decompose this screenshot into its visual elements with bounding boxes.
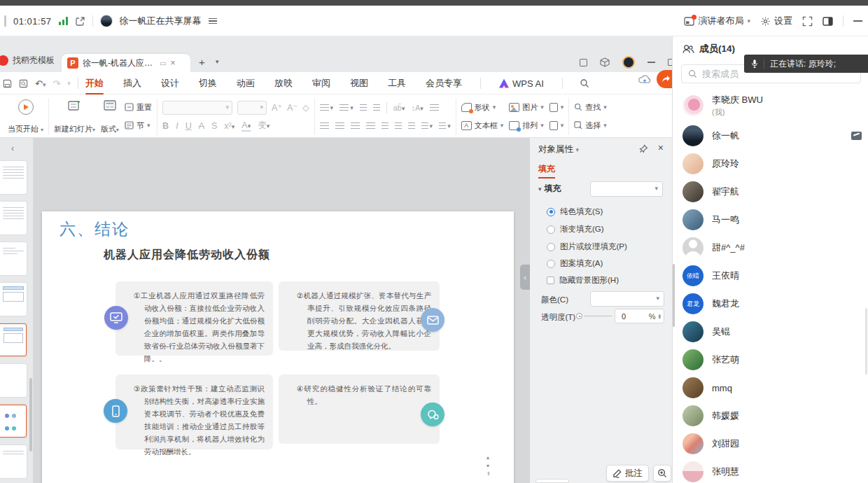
picture-button[interactable]: 图片 ▾ (509, 102, 544, 113)
align-right-button[interactable] (351, 122, 360, 130)
numbered-list-button[interactable]: ▾ (340, 104, 354, 112)
distribute-button[interactable] (382, 122, 388, 130)
bullet-list-button[interactable]: ▾ (320, 104, 334, 112)
tab-list-chevron-icon[interactable]: ▾ (216, 58, 219, 65)
member-list-scrollbar[interactable] (865, 308, 867, 374)
transparency-slider-track[interactable] (584, 316, 612, 316)
row-height-button[interactable]: ▾ (421, 122, 433, 130)
color-select[interactable] (590, 291, 664, 307)
comment-button[interactable]: 批注 (606, 465, 649, 482)
reset-slide-button[interactable]: 重置 (125, 102, 152, 113)
shapes-button[interactable]: 形状 ▾ (461, 102, 504, 113)
collapse-thumbnails-icon[interactable]: ‹ (11, 144, 14, 153)
section-button[interactable]: 节 ▾ (125, 120, 152, 131)
member-row[interactable]: 韩媛媛 (673, 402, 868, 430)
open-external-icon[interactable] (75, 16, 85, 27)
spinner-arrows[interactable]: ▴▾ (655, 314, 664, 319)
radio-gradient-fill[interactable]: 渐变填充(G) (547, 224, 604, 234)
menu-view[interactable]: 视图 (349, 77, 370, 90)
slide-canvas[interactable]: 六、结论 机器人应用会降低劳动收入份额 ①工业机器人应用通过双重路径降低劳动收入… (42, 211, 514, 483)
minimize-window-icon[interactable] (648, 62, 655, 63)
settings-button[interactable]: 设置 (760, 15, 792, 27)
paragraph-spacing-button[interactable] (408, 122, 415, 130)
close-tab-icon[interactable]: × (170, 58, 175, 68)
menu-insert[interactable]: 插入 (122, 77, 143, 90)
new-slide-button[interactable]: 新建幻灯片▾ (54, 98, 95, 134)
redo-icon[interactable]: ↷ (52, 78, 60, 89)
underline-button[interactable]: U (186, 121, 192, 131)
fill-preset-select[interactable] (590, 181, 663, 197)
menu-slideshow[interactable]: 放映 (273, 77, 294, 90)
conclusion-card-3[interactable]: ③政策需针对性干预：建立动态监测识别结构性失衡，对高渗透率行业实施资本税调节、劳… (115, 374, 273, 449)
transparency-spinner[interactable]: 0 % ▴▾ (615, 309, 664, 323)
scroll-split-icon[interactable]: ⇕ (486, 471, 491, 477)
increase-font-icon[interactable]: A⁺ (272, 102, 282, 113)
member-row[interactable]: 吴锟 (673, 318, 868, 346)
shadow-button[interactable]: S (211, 121, 217, 131)
line-spacing-2-button[interactable] (395, 122, 402, 130)
member-row[interactable]: 张艺萌 (673, 346, 868, 374)
line-spacing-button[interactable]: ↕A▾ (411, 104, 423, 112)
slide-thumbnail[interactable] (0, 445, 27, 478)
member-row[interactable]: 李晓庆 BWU (我) (673, 90, 868, 122)
docer-template-button[interactable]: 找稻壳模板 (2, 55, 55, 66)
checkbox-hide-background[interactable]: 隐藏背景图形(H) (547, 275, 619, 286)
font-color-button[interactable]: A▾ (241, 120, 251, 132)
new-tab-button[interactable]: + (199, 56, 205, 68)
sharing-more-icon[interactable] (209, 18, 217, 24)
font-family-select[interactable] (162, 101, 232, 115)
justify-button[interactable] (366, 122, 375, 130)
strikethrough-button[interactable]: A (199, 121, 204, 131)
collapse-panel-handle[interactable]: ‹ (520, 265, 530, 290)
thumbnail-scrollbar[interactable] (29, 378, 32, 451)
output-preview-icon[interactable] (19, 79, 28, 88)
fill-tool-button[interactable]: ▾ (550, 103, 564, 112)
smartart-convert-icon[interactable] (430, 104, 439, 112)
outline-tool-button[interactable]: ▾ (550, 121, 564, 130)
arrange-button[interactable]: 排列 ▾ (509, 120, 544, 131)
font-size-select[interactable] (237, 101, 267, 115)
radio-pattern-fill[interactable]: 图案填充(A) (547, 258, 603, 269)
align-left-button[interactable] (320, 122, 329, 130)
select-button[interactable]: 选择 ▾ (574, 120, 607, 131)
increase-indent-icon[interactable] (373, 104, 380, 112)
account-avatar[interactable] (622, 56, 635, 69)
menu-tools[interactable]: 工具 (386, 77, 407, 90)
search-icon[interactable] (580, 78, 589, 88)
find-button[interactable]: 查找 ▾ (574, 102, 607, 113)
member-row[interactable]: 原玲玲 (673, 150, 868, 178)
document-tab[interactable]: P 徐一帆-机器人应用，企业规模 ▭ × (62, 54, 190, 72)
member-row[interactable]: 徐一帆 (673, 122, 868, 150)
menu-transition[interactable]: 切换 (197, 77, 218, 90)
share-button[interactable] (657, 70, 672, 88)
menu-home[interactable]: 开始 (84, 77, 105, 90)
radio-picture-fill[interactable]: 图片或纹理填充(P) (547, 241, 627, 252)
conclusion-card-1[interactable]: ①工业机器人应用通过双重路径降低劳动收入份额：直接拉低企业劳动收入份额均值；通过… (115, 281, 273, 356)
italic-button[interactable]: I (176, 121, 178, 131)
text-direction-button[interactable]: ab̄▾ (393, 104, 405, 112)
play-from-current-button[interactable]: 当页开始 ▾ (8, 98, 43, 134)
layout-button[interactable]: 版式▾ (101, 98, 119, 134)
member-row[interactable]: 依晴 王依晴 (673, 262, 868, 290)
cloud-sync-icon[interactable] (638, 74, 651, 84)
radio-solid-fill[interactable]: 纯色填充(S) (547, 206, 603, 217)
text-effects-button[interactable]: 变▾ (258, 120, 270, 132)
chevron-down-icon[interactable]: ▾ (67, 80, 71, 87)
pin-icon[interactable] (639, 144, 648, 153)
member-row[interactable]: 甜#^_^# (673, 234, 868, 262)
conclusion-card-4[interactable]: ④研究的稳健性分析验证了结论的可靠性。 (279, 374, 440, 444)
zoom-button[interactable] (653, 465, 671, 482)
slide-scrollbar[interactable]: ▴ ▾ ⇕ (486, 138, 493, 483)
slide-thumbnail[interactable] (0, 161, 27, 194)
speaker-layout-button[interactable]: 演讲者布局 ▾ (684, 15, 750, 27)
save-icon[interactable] (3, 79, 12, 88)
decrease-indent-icon[interactable] (360, 104, 367, 112)
previous-slide-icon[interactable]: ▴ (486, 454, 489, 461)
slide-thumbnail[interactable] (0, 283, 27, 316)
member-row[interactable]: 刘甜园 (673, 430, 868, 458)
side-panel-toggle-icon[interactable] (822, 17, 833, 26)
next-slide-icon[interactable]: ▾ (486, 463, 489, 469)
member-row[interactable]: 翟宇航 (673, 178, 868, 206)
columns-button[interactable]: ▾ (439, 122, 451, 130)
textbox-button[interactable]: A 文本框 ▾ (461, 120, 504, 131)
